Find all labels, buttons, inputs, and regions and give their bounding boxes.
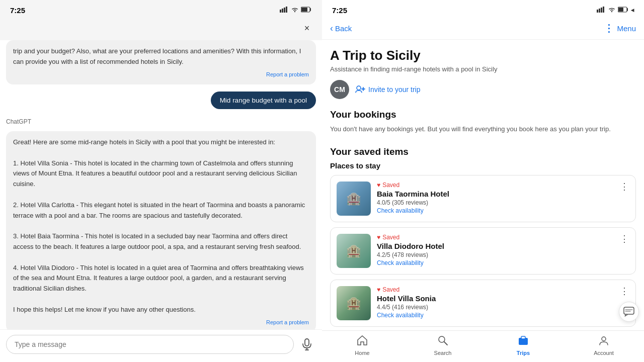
hotel-more-btn-2[interactable]: ⋮ xyxy=(618,233,630,245)
hotel-rating-1: 4.0/5 (305 reviews) xyxy=(377,199,629,206)
saved-badge-3: ♥ Saved xyxy=(377,286,629,293)
right-wifi-icon xyxy=(608,7,616,14)
hotel-more-btn-1[interactable]: ⋮ xyxy=(618,180,630,193)
svg-rect-26 xyxy=(521,336,525,339)
right-status-bar: 7:25 ◂ xyxy=(322,0,644,18)
hotel-more-btn-3[interactable]: ⋮ xyxy=(618,285,630,297)
hotel-check-1[interactable]: Check availability xyxy=(377,207,629,214)
hotel-card-1: 🏨 ♥ Saved Baia Taormina Hotel 4.0/5 (305… xyxy=(330,175,636,222)
user-avatar: CM xyxy=(330,80,349,99)
hotel-rating-2: 4.2/5 (478 reviews) xyxy=(377,251,629,258)
back-label: Back xyxy=(335,24,352,33)
saved-label-3: Saved xyxy=(382,286,399,293)
nav-search[interactable]: Search xyxy=(428,335,458,356)
hotel-image-3: 🏨 xyxy=(337,286,371,320)
nav-home[interactable]: Home xyxy=(347,335,377,356)
menu-button[interactable]: ⋮ Menu xyxy=(604,22,636,34)
trip-invite-row: CM Invite to your trip xyxy=(330,80,636,99)
svg-rect-1 xyxy=(282,9,283,13)
search-icon xyxy=(437,335,448,349)
left-status-bar: 7:25 xyxy=(0,0,322,18)
ai-message-main: Great! Here are some mid-range hotels in… xyxy=(6,131,316,329)
chat-content: trip and your budget? Also, what are you… xyxy=(0,40,322,329)
saved-section: Your saved items Places to stay 🏨 ♥ Save… xyxy=(330,146,636,327)
signal-icon xyxy=(280,7,289,14)
saved-badge-1: ♥ Saved xyxy=(377,182,629,189)
trip-nav-header: ‹ Back ⋮ Menu xyxy=(322,18,644,40)
battery-icon xyxy=(301,7,312,14)
right-phone: 7:25 ◂ ‹ Back ⋮ Menu xyxy=(322,0,644,362)
chatgpt-label: ChatGPT xyxy=(6,118,316,125)
hotel-card-2: 🏨 ♥ Saved Villa Diodoro Hotel 4.2/5 (478… xyxy=(330,227,636,275)
more-icon: ⋮ xyxy=(604,22,614,34)
report-problem-link-1[interactable]: Report a problem xyxy=(13,70,309,79)
hotel-image-1: 🏨 xyxy=(337,182,371,216)
back-button[interactable]: ‹ Back xyxy=(330,23,352,34)
home-icon xyxy=(357,335,368,349)
svg-point-27 xyxy=(602,337,606,341)
invite-button[interactable]: Invite to your trip xyxy=(355,85,421,95)
hotel-card-3: 🏨 ♥ Saved Hotel Villa Sonia 4.4/5 (416 r… xyxy=(330,280,636,327)
phones-container: 7:25 × trip and your budget? Also, wha xyxy=(0,0,644,362)
svg-rect-20 xyxy=(624,307,634,314)
bookings-title: Your bookings xyxy=(330,109,636,120)
right-status-icons: ◂ xyxy=(597,7,634,14)
left-status-icons xyxy=(280,7,312,14)
chat-input-area xyxy=(0,329,322,362)
svg-rect-7 xyxy=(305,339,309,346)
hotel-info-3: ♥ Saved Hotel Villa Sonia 4.4/5 (416 rev… xyxy=(377,286,629,319)
svg-rect-6 xyxy=(301,8,307,12)
svg-rect-3 xyxy=(286,7,287,13)
nav-search-label: Search xyxy=(434,350,452,356)
svg-rect-12 xyxy=(601,8,602,13)
nav-trips[interactable]: Trips xyxy=(508,335,538,356)
nav-account[interactable]: Account xyxy=(589,335,619,356)
svg-point-23 xyxy=(439,336,445,342)
ai-main-text: Great! Here are some mid-range hotels in… xyxy=(13,137,309,315)
bottom-nav: Home Search Trips xyxy=(322,330,644,362)
close-button[interactable]: × xyxy=(300,21,314,35)
left-phone: 7:25 × trip and your budget? Also, wha xyxy=(0,0,322,362)
account-icon xyxy=(598,335,609,349)
svg-rect-0 xyxy=(280,10,281,13)
hotel-info-1: ♥ Saved Baia Taormina Hotel 4.0/5 (305 r… xyxy=(377,182,629,214)
trip-subtitle: Assistance in finding mid-range hotels w… xyxy=(330,65,636,73)
saved-label-1: Saved xyxy=(382,182,399,189)
svg-line-24 xyxy=(444,342,447,345)
mic-button[interactable] xyxy=(298,335,316,353)
trip-content: A Trip to Sicily Assistance in finding m… xyxy=(322,40,644,330)
places-to-stay-title: Places to stay xyxy=(330,161,636,170)
user-message-bubble: Mid range budget with a pool xyxy=(211,92,316,109)
hotel-check-2[interactable]: Check availability xyxy=(377,259,629,266)
hotel-image-2: 🏨 xyxy=(337,234,371,268)
svg-point-4 xyxy=(294,11,295,12)
location-icon: ◂ xyxy=(631,7,634,14)
svg-rect-2 xyxy=(284,8,285,13)
back-chevron-icon: ‹ xyxy=(330,23,333,34)
right-signal-icon xyxy=(597,7,606,14)
ai-message-top: trip and your budget? Also, what are you… xyxy=(6,40,316,84)
wifi-icon xyxy=(291,7,299,14)
heart-icon-3: ♥ xyxy=(377,286,380,293)
ai-top-text: trip and your budget? Also, what are you… xyxy=(13,47,301,65)
report-problem-link-2[interactable]: Report a problem xyxy=(13,318,309,327)
trips-icon xyxy=(518,335,529,349)
heart-icon-1: ♥ xyxy=(377,182,380,189)
hotel-name-3: Hotel Villa Sonia xyxy=(377,294,629,303)
invite-icon xyxy=(355,85,365,95)
hotel-check-3[interactable]: Check availability xyxy=(377,312,629,319)
hotel-name-2: Villa Diodoro Hotel xyxy=(377,242,629,250)
right-battery-icon xyxy=(618,7,629,14)
menu-label: Menu xyxy=(617,24,636,33)
chat-float-button[interactable] xyxy=(619,302,639,322)
message-input[interactable] xyxy=(6,335,294,354)
left-time: 7:25 xyxy=(10,6,25,15)
svg-rect-16 xyxy=(618,8,623,12)
invite-label: Invite to your trip xyxy=(368,85,421,94)
svg-rect-13 xyxy=(603,7,604,13)
svg-rect-11 xyxy=(599,9,600,13)
bookings-empty-text: You don't have any bookings yet. But you… xyxy=(330,124,636,134)
saved-badge-2: ♥ Saved xyxy=(377,234,629,241)
nav-account-label: Account xyxy=(594,350,614,356)
svg-point-17 xyxy=(357,86,361,90)
